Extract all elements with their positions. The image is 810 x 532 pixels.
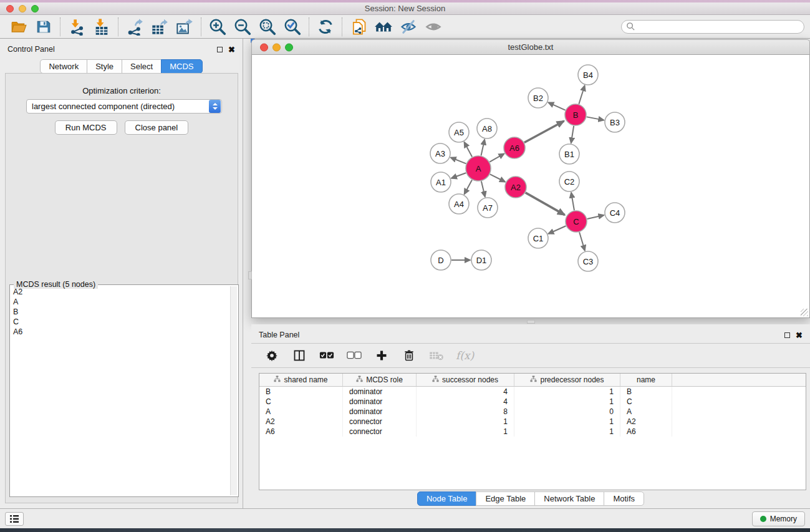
refresh-icon[interactable] xyxy=(313,16,338,37)
table-row[interactable]: Adominator80A xyxy=(259,407,806,417)
cell-successor_nodes[interactable]: 4 xyxy=(417,387,514,397)
cell-shared_name[interactable]: C xyxy=(259,397,343,407)
cell-shared_name[interactable]: B xyxy=(259,387,343,397)
export-network-icon[interactable] xyxy=(122,16,147,37)
tab-motifs[interactable]: Motifs xyxy=(604,491,644,506)
duplicate-network-icon[interactable] xyxy=(346,16,371,37)
select-all-rows-icon[interactable] xyxy=(319,347,335,364)
cell-successor_nodes[interactable]: 1 xyxy=(417,417,514,427)
save-session-icon[interactable] xyxy=(31,16,56,37)
graph-node-B[interactable]: B xyxy=(565,104,586,125)
graph-node-B4[interactable]: B4 xyxy=(578,65,598,85)
cell-successor_nodes[interactable]: 1 xyxy=(417,427,514,437)
tab-edge-table[interactable]: Edge Table xyxy=(476,491,535,506)
result-item[interactable]: A2 xyxy=(12,287,229,297)
cell-shared_name[interactable]: A2 xyxy=(259,417,343,427)
result-item[interactable]: A6 xyxy=(12,327,229,337)
graph-edge-B-B2[interactable] xyxy=(548,102,565,110)
graph-node-B2[interactable]: B2 xyxy=(528,88,548,108)
result-item[interactable]: B xyxy=(12,307,229,317)
graph-edge-A-A3[interactable] xyxy=(451,158,466,164)
function-builder-icon[interactable]: f(x) xyxy=(456,349,474,362)
graph-node-A8[interactable]: A8 xyxy=(477,118,497,138)
column-header-successor-nodes[interactable]: successor nodes xyxy=(417,374,514,386)
graph-node-A1[interactable]: A1 xyxy=(431,172,451,192)
graph-edge-A-A1[interactable] xyxy=(451,173,466,178)
table-settings-gear-icon[interactable] xyxy=(264,347,280,364)
run-mcds-button[interactable]: Run MCDS xyxy=(55,120,117,135)
zoom-fit-icon[interactable] xyxy=(255,16,280,37)
optimization-criterion-dropdown[interactable]: largest connected component (directed) xyxy=(26,99,222,114)
table-row[interactable]: A6connector11A6 xyxy=(259,427,806,437)
horizontal-splitter-handle[interactable] xyxy=(527,320,535,324)
tab-network-table[interactable]: Network Table xyxy=(534,491,604,506)
vertical-splitter-handle[interactable] xyxy=(248,271,252,279)
delete-table-icon[interactable] xyxy=(428,347,445,364)
tab-node-table[interactable]: Node Table xyxy=(417,491,477,506)
graph-edge-C-C1[interactable] xyxy=(548,226,566,233)
float-panel-icon[interactable] xyxy=(217,47,223,52)
zoom-out-icon[interactable] xyxy=(230,16,255,37)
graph-edge-C-C4[interactable] xyxy=(587,215,604,219)
graph-edge-A-A4[interactable] xyxy=(465,180,472,194)
cell-mcds_role[interactable]: connector xyxy=(343,427,417,437)
close-panel-icon[interactable]: ✖ xyxy=(228,47,235,52)
cell-name[interactable]: A6 xyxy=(620,427,672,437)
search-input[interactable] xyxy=(635,22,804,31)
graph-node-B1[interactable]: B1 xyxy=(559,144,579,164)
graph-node-A4[interactable]: A4 xyxy=(449,194,469,214)
graph-edge-A2-C[interactable] xyxy=(526,193,565,215)
network-minimize-button[interactable] xyxy=(272,43,281,51)
result-scrollbar[interactable] xyxy=(230,286,237,495)
cell-successor_nodes[interactable]: 8 xyxy=(417,407,514,417)
tab-mcds[interactable]: MCDS xyxy=(161,59,202,74)
result-item[interactable]: C xyxy=(12,317,229,327)
graph-node-A7[interactable]: A7 xyxy=(478,198,498,218)
cell-shared_name[interactable]: A6 xyxy=(259,427,343,437)
cell-name[interactable]: C xyxy=(620,397,672,407)
cell-predecessor_nodes[interactable]: 1 xyxy=(514,397,620,407)
table-row[interactable]: A2connector11A2 xyxy=(259,417,806,427)
cell-shared_name[interactable]: A xyxy=(259,407,343,417)
zoom-window-button[interactable] xyxy=(31,5,39,12)
network-window-titlebar[interactable]: testGlobe.txt xyxy=(251,39,810,55)
graph-node-C4[interactable]: C4 xyxy=(605,203,625,223)
float-table-panel-icon[interactable] xyxy=(784,332,790,338)
column-header-MCDS-role[interactable]: MCDS role xyxy=(343,374,417,386)
export-table-icon[interactable] xyxy=(147,16,172,37)
memory-button[interactable]: Memory xyxy=(752,511,805,526)
close-table-panel-icon[interactable]: ✖ xyxy=(796,332,803,338)
table-row[interactable]: Bdominator41B xyxy=(259,387,806,397)
graph-edge-C-C2[interactable] xyxy=(571,193,574,211)
graph-edge-A-A8[interactable] xyxy=(481,140,485,156)
close-panel-button[interactable]: Close panel xyxy=(125,120,189,135)
graph-edge-A-A6[interactable] xyxy=(489,153,504,162)
mcds-result-list[interactable]: A2ABCA6 xyxy=(12,287,229,495)
column-header-predecessor-nodes[interactable]: predecessor nodes xyxy=(514,374,620,386)
graph-node-A6[interactable]: A6 xyxy=(504,137,525,158)
graph-edge-C-C3[interactable] xyxy=(579,232,585,250)
graph-node-A[interactable]: A xyxy=(466,156,491,181)
graph-edge-A-A5[interactable] xyxy=(464,142,472,157)
tab-select[interactable]: Select xyxy=(122,59,162,74)
graph-node-D1[interactable]: D1 xyxy=(471,250,491,270)
column-layout-icon[interactable] xyxy=(291,347,307,364)
tab-network[interactable]: Network xyxy=(40,59,87,74)
column-header-shared-name[interactable]: shared name xyxy=(259,374,343,386)
cell-name[interactable]: A xyxy=(620,407,672,417)
graph-node-D[interactable]: D xyxy=(431,250,451,270)
column-header-name[interactable]: name xyxy=(620,374,672,386)
delete-column-icon[interactable] xyxy=(401,347,417,364)
cell-mcds_role[interactable]: dominator xyxy=(343,397,417,407)
graph-node-A3[interactable]: A3 xyxy=(430,143,450,163)
show-panels-icon[interactable] xyxy=(421,16,446,37)
cell-predecessor_nodes[interactable]: 1 xyxy=(514,387,620,397)
graph-edge-B-B1[interactable] xyxy=(571,126,574,143)
tab-style[interactable]: Style xyxy=(87,59,122,74)
import-table-icon[interactable] xyxy=(89,16,114,37)
task-history-button[interactable] xyxy=(5,512,24,526)
graph-node-B3[interactable]: B3 xyxy=(605,112,625,132)
cell-name[interactable]: B xyxy=(620,387,672,397)
hide-panels-icon[interactable] xyxy=(396,16,421,37)
table-row[interactable]: Cdominator41C xyxy=(259,397,806,407)
